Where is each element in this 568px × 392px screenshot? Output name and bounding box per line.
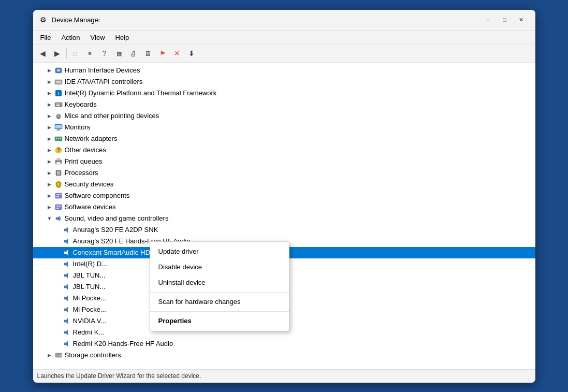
tree-item-ide[interactable]: ▶ IDE ATA/ATAPI controllers bbox=[33, 76, 535, 88]
tree-item-intel-thermal[interactable]: ▶ i Intel(R) Dynamic Platform and Therma… bbox=[33, 88, 535, 99]
icon-ide bbox=[54, 78, 63, 86]
icon-keyboards bbox=[54, 100, 63, 109]
tree-item-processors[interactable]: ▶ Processors bbox=[33, 167, 535, 179]
tree-item-other[interactable]: ▶ ? Other devices bbox=[33, 144, 535, 156]
svg-rect-8 bbox=[57, 104, 59, 105]
label-nvidia-v: NVIDIA V... bbox=[73, 317, 107, 325]
tree-item-print[interactable]: ▶ Print queues bbox=[33, 156, 535, 167]
tree-item-redmi-k20[interactable]: ▶ Redmi K20 Hands-Free HF Audio bbox=[33, 338, 535, 350]
tree-item-sound[interactable]: ▼ Sound, video and game controllers bbox=[33, 213, 535, 224]
device-manager-window: ⚙ Device Manager ─ □ ✕ File Action View … bbox=[33, 10, 535, 383]
icon-other: ? bbox=[54, 146, 63, 154]
label-ide: IDE ATA/ATAPI controllers bbox=[65, 78, 143, 85]
context-menu-properties[interactable]: Properties bbox=[150, 313, 289, 329]
icon-network bbox=[54, 135, 63, 143]
svg-rect-31 bbox=[56, 196, 59, 197]
tree-item-monitors[interactable]: ▶ Monitors bbox=[33, 122, 535, 133]
maximize-button[interactable]: □ bbox=[497, 13, 513, 26]
show-hidden-button[interactable]: ▦ bbox=[112, 47, 126, 60]
tree-item-hid[interactable]: ▶ Human Interface Devices bbox=[33, 65, 535, 76]
svg-rect-29 bbox=[55, 193, 62, 198]
icon-intel-thermal: i bbox=[54, 89, 63, 97]
tree-item-sw-components[interactable]: ▶ Software components bbox=[33, 190, 535, 201]
flag-button[interactable]: ⚑ bbox=[156, 47, 169, 60]
print-button[interactable]: 🖨 bbox=[127, 47, 140, 60]
label-processors: Processors bbox=[65, 169, 98, 177]
tree-item-security[interactable]: ▶ ! Security devices bbox=[33, 179, 535, 190]
menu-bar: File Action View Help bbox=[33, 31, 535, 45]
arrow-security: ▶ bbox=[46, 180, 54, 188]
arrow-sw-components: ▶ bbox=[46, 192, 54, 200]
scan-button[interactable]: ⬇ bbox=[185, 47, 198, 60]
svg-rect-25 bbox=[56, 162, 61, 164]
toolbar-separator-1 bbox=[66, 48, 67, 59]
tree-item-network[interactable]: ▶ Network adapters bbox=[33, 133, 535, 144]
icon-conexant bbox=[63, 249, 71, 257]
icon-print bbox=[54, 157, 63, 166]
status-bar: Launches the Update Driver Wizard for th… bbox=[33, 369, 535, 383]
svg-marker-35 bbox=[56, 216, 60, 221]
svg-text:i: i bbox=[57, 91, 59, 96]
svg-marker-38 bbox=[64, 250, 68, 255]
label-anurag-a2dp: Anurag's S20 FE A2DP SNK bbox=[73, 226, 158, 234]
back-button[interactable]: ◀ bbox=[36, 47, 50, 60]
label-mi-pock1: Mi Pocke... bbox=[73, 294, 106, 302]
svg-rect-30 bbox=[56, 194, 61, 195]
label-sw-components: Software components bbox=[65, 192, 130, 199]
svg-marker-45 bbox=[64, 330, 68, 335]
update-driver-button[interactable]: ≡ bbox=[83, 47, 97, 60]
minimize-button[interactable]: ─ bbox=[480, 13, 496, 26]
label-security: Security devices bbox=[65, 180, 114, 188]
tree-item-mice[interactable]: ▶ Mice and other pointing devices bbox=[33, 110, 535, 122]
title-bar: ⚙ Device Manager ─ □ ✕ bbox=[33, 10, 535, 31]
svg-rect-7 bbox=[56, 104, 57, 105]
arrow-keyboards: ▶ bbox=[46, 100, 54, 109]
label-mi-pock2: Mi Pocke... bbox=[73, 306, 106, 313]
svg-point-20 bbox=[60, 138, 61, 139]
menu-view[interactable]: View bbox=[85, 33, 110, 42]
icon-intel-d bbox=[63, 260, 71, 268]
context-menu-uninstall-device[interactable]: Uninstall device bbox=[150, 275, 289, 291]
icon-anurag-hf bbox=[63, 237, 71, 245]
context-menu-sep-1 bbox=[150, 292, 289, 293]
arrow-ide: ▶ bbox=[46, 78, 54, 86]
icon-mi-pock2 bbox=[63, 306, 71, 314]
menu-action[interactable]: Action bbox=[56, 33, 85, 42]
arrow-other: ▶ bbox=[46, 146, 54, 154]
svg-rect-24 bbox=[57, 158, 60, 161]
tree-item-storage[interactable]: ▶ Storage controllers bbox=[33, 350, 535, 361]
label-print: Print queues bbox=[65, 157, 103, 165]
menu-file[interactable]: File bbox=[35, 33, 56, 42]
help-button[interactable]: ? bbox=[98, 47, 111, 60]
svg-marker-36 bbox=[64, 227, 68, 233]
tree-item-anurag-a2dp[interactable]: ▶ Anurag's S20 FE A2DP SNK bbox=[33, 224, 535, 236]
close-button[interactable]: ✕ bbox=[514, 13, 529, 26]
label-conexant: Conexant SmartAudio HD bbox=[73, 249, 151, 256]
svg-marker-44 bbox=[64, 318, 68, 324]
context-menu-update-driver[interactable]: Update driver bbox=[150, 244, 289, 259]
svg-rect-14 bbox=[55, 125, 62, 128]
icon-jbl-tun1 bbox=[63, 271, 71, 280]
remove-button[interactable]: ✕ bbox=[170, 47, 184, 60]
label-redmi-k: Redmi K... bbox=[73, 328, 105, 336]
show-properties-button[interactable]: □ bbox=[69, 47, 82, 60]
icon-mi-pock1 bbox=[63, 294, 71, 302]
menu-help[interactable]: Help bbox=[110, 33, 135, 42]
tree-item-keyboards[interactable]: ▶ Keyboards bbox=[33, 99, 535, 110]
tree-item-sw-devices[interactable]: ▶ Software devices bbox=[33, 201, 535, 213]
svg-marker-41 bbox=[64, 284, 68, 289]
arrow-hid: ▶ bbox=[46, 66, 54, 75]
context-menu-scan-hardware[interactable]: Scan for hardware changes bbox=[150, 294, 289, 310]
svg-point-19 bbox=[58, 138, 59, 139]
label-other: Other devices bbox=[65, 146, 106, 154]
svg-rect-16 bbox=[56, 130, 61, 130]
svg-rect-33 bbox=[56, 206, 61, 207]
computer-button[interactable]: 🖥 bbox=[141, 47, 155, 60]
context-menu-disable-device[interactable]: Disable device bbox=[150, 259, 289, 275]
content-area: ▶ Human Interface Devices ▶ IDE ATA/ATAP… bbox=[33, 63, 535, 369]
label-sw-devices: Software devices bbox=[65, 203, 116, 211]
toolbar: ◀ ▶ □ ≡ ? ▦ 🖨 🖥 ⚑ ✕ ⬇ bbox=[33, 45, 535, 63]
forward-button[interactable]: ▶ bbox=[51, 47, 64, 60]
device-tree[interactable]: ▶ Human Interface Devices ▶ IDE ATA/ATAP… bbox=[33, 63, 535, 369]
svg-rect-34 bbox=[56, 208, 59, 209]
